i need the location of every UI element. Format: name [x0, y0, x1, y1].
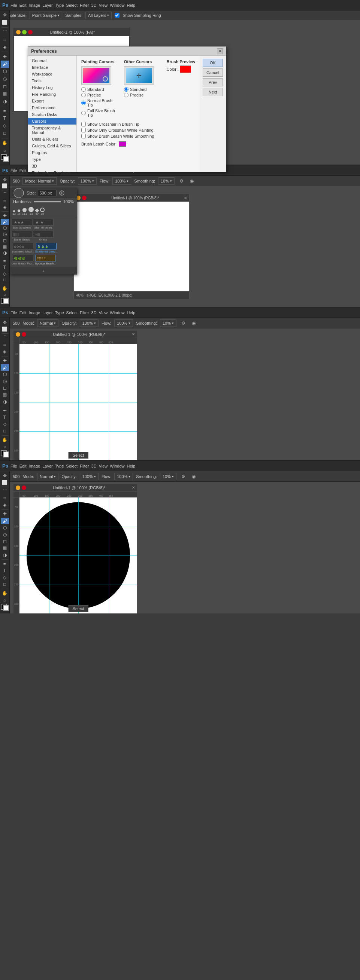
menu-help-s1[interactable]: Help: [126, 3, 135, 8]
prefs-nav-historylog[interactable]: History Log: [28, 84, 77, 91]
menu-edit-s1[interactable]: Edit: [19, 3, 27, 8]
menu-select-s4[interactable]: Select: [66, 464, 78, 468]
mode-dropdown-s4[interactable]: Normal: [37, 473, 58, 480]
zoom-tool-s2[interactable]: ⌕: [1, 291, 9, 298]
history-tool-s3[interactable]: ◷: [1, 378, 9, 384]
prefs-close-btn[interactable]: ✕: [217, 48, 223, 54]
lasso-tool-s4[interactable]: ⌒: [1, 488, 9, 495]
close-x-s2[interactable]: ✕: [184, 196, 187, 200]
minimize-btn-s1[interactable]: [16, 30, 21, 34]
menu-filter-s3[interactable]: Filter: [80, 310, 89, 315]
menu-3d-s3[interactable]: 3D: [91, 310, 97, 315]
opacity-dropdown-s2[interactable]: 100%: [78, 177, 97, 185]
prefs-nav-filehandling[interactable]: File Handling: [28, 91, 77, 98]
prefs-nav-workspace[interactable]: Workspace: [28, 71, 77, 78]
prefs-nav-export[interactable]: Export: [28, 98, 77, 104]
healing-tool[interactable]: ✚: [1, 53, 9, 60]
lasso-tool-s3[interactable]: ⌒: [1, 335, 9, 341]
prefs-nav-type[interactable]: Type: [28, 156, 77, 163]
lasso-tool[interactable]: ⌒: [1, 29, 9, 36]
prefs-cancel-btn[interactable]: Cancel: [203, 68, 223, 77]
other-radio-standard-input[interactable]: [124, 87, 128, 92]
menu-file-s3[interactable]: File: [11, 310, 17, 315]
history-tool-s2[interactable]: ◷: [1, 232, 9, 237]
brush-cat-maple[interactable]: ✿✿✿✿ Scattered Mapl...: [11, 243, 34, 253]
prefs-ok-btn[interactable]: OK: [203, 59, 223, 67]
painting-radio-standard-input[interactable]: [81, 87, 86, 92]
menu-image-s3[interactable]: Image: [29, 310, 40, 315]
close-s4[interactable]: [22, 485, 26, 490]
pressure-icon-s3[interactable]: ◉: [190, 320, 197, 327]
close-s3-x[interactable]: ✕: [132, 332, 135, 336]
flow-dropdown-s2[interactable]: 100%: [112, 177, 131, 185]
flow-dropdown-s4[interactable]: 100%: [114, 473, 133, 480]
menu-type-s4[interactable]: Type: [55, 464, 64, 468]
brush-options-icon[interactable]: [59, 190, 65, 196]
brush-color-swatch[interactable]: [180, 65, 191, 73]
pen-tool[interactable]: ✒: [1, 107, 9, 115]
move-tool-s3[interactable]: ✥: [1, 319, 9, 325]
brush-size-input[interactable]: [38, 189, 56, 196]
crop-tool[interactable]: ⌗: [1, 36, 9, 43]
move-tool-s4[interactable]: ✥: [1, 473, 9, 479]
painting-radio-normal-input[interactable]: [81, 100, 86, 105]
move-tool[interactable]: ✥: [1, 11, 9, 19]
menu-layer-s3[interactable]: Layer: [42, 310, 53, 315]
brush-tool-s3[interactable]: 🖌: [1, 364, 9, 371]
menu-type-s1[interactable]: Type: [55, 3, 64, 8]
menu-file-s4[interactable]: File: [11, 464, 17, 468]
menu-select-s1[interactable]: Select: [66, 3, 78, 8]
smoothing-dropdown-s3[interactable]: 10%: [160, 320, 176, 327]
prefs-nav-3d[interactable]: 3D: [28, 163, 77, 169]
eyedropper-tool[interactable]: ◈: [1, 43, 9, 51]
dodge-tool-s3[interactable]: ◑: [1, 398, 9, 405]
zoom-tool-s3[interactable]: ⌕: [1, 444, 9, 450]
close-btn-s2[interactable]: [82, 196, 86, 200]
prefs-nav-techpreviews[interactable]: Technology Previews: [28, 169, 77, 176]
pressure-icon-s2[interactable]: ◉: [188, 177, 195, 185]
eraser-tool-s4[interactable]: ◻: [1, 538, 9, 545]
eyedropper-tool-s3[interactable]: ◈: [1, 348, 9, 355]
stamp-tool[interactable]: ⬡: [1, 68, 9, 75]
prefs-nav-plugins[interactable]: Plug-Ins: [28, 149, 77, 156]
history-tool-s4[interactable]: ◷: [1, 531, 9, 538]
eraser-tool[interactable]: ◻: [1, 83, 9, 90]
bg-swatch-s3[interactable]: [3, 452, 9, 457]
painting-radio-normal[interactable]: Normal Brush Tip: [81, 99, 117, 107]
menu-select-s3[interactable]: Select: [66, 310, 78, 315]
checkbox-crosshair[interactable]: Show Crosshair in Brush Tip: [81, 122, 195, 126]
smoothing-dropdown-s2[interactable]: 10%: [158, 177, 174, 185]
painting-radio-fullsize-input[interactable]: [81, 111, 86, 115]
pressure-icon-s4[interactable]: ◉: [190, 473, 197, 480]
path-tool[interactable]: ◇: [1, 123, 9, 129]
menu-view-s3[interactable]: View: [99, 310, 108, 315]
menu-3d-s1[interactable]: 3D: [91, 3, 97, 8]
min-s4[interactable]: [16, 485, 20, 490]
menu-window-s1[interactable]: Window: [110, 3, 124, 8]
close-btn-s1[interactable]: [28, 30, 33, 34]
preset-5[interactable]: 40: [35, 209, 38, 215]
prefs-nav-interface[interactable]: Interface: [28, 64, 77, 71]
color-swatches-s2[interactable]: [1, 298, 9, 304]
shape-tool-s3[interactable]: □: [1, 428, 9, 434]
menu-edit-s4[interactable]: Edit: [19, 464, 27, 468]
stamp-tool-s3[interactable]: ⬡: [1, 371, 9, 377]
move-tool-s2[interactable]: ✥: [1, 177, 9, 183]
bg-swatch-s4[interactable]: [3, 605, 9, 611]
path-tool-s3[interactable]: ◇: [1, 421, 9, 427]
pen-tool-s2[interactable]: ✒: [1, 258, 9, 264]
prefs-nav-guides[interactable]: Guides, Grid & Slices: [28, 143, 77, 149]
brush-cat-leafpro[interactable]: 🌿🌿🌿 Leaf Brush Pro...: [11, 255, 34, 265]
opacity-dropdown-s4[interactable]: 100%: [80, 473, 99, 480]
painting-radio-precise-input[interactable]: [81, 93, 86, 97]
hand-tool-s3[interactable]: ✋: [1, 437, 9, 443]
background-color[interactable]: [3, 156, 9, 162]
checkbox-only-crosshair[interactable]: Show Only Crosshair While Painting: [81, 128, 195, 132]
brush-cat-leaves[interactable]: 🍃🍃🍃 Scattered Leav...: [35, 243, 57, 253]
painting-radio-standard[interactable]: Standard: [81, 87, 117, 92]
crop-tool-s2[interactable]: ⌗: [1, 198, 9, 204]
painting-radio-fullsize[interactable]: Full Size Brush Tip: [81, 108, 117, 118]
crop-tool-s4[interactable]: ⌗: [1, 495, 9, 501]
mode-dropdown-s3[interactable]: Normal: [37, 320, 58, 327]
color-swatches[interactable]: [1, 154, 9, 162]
